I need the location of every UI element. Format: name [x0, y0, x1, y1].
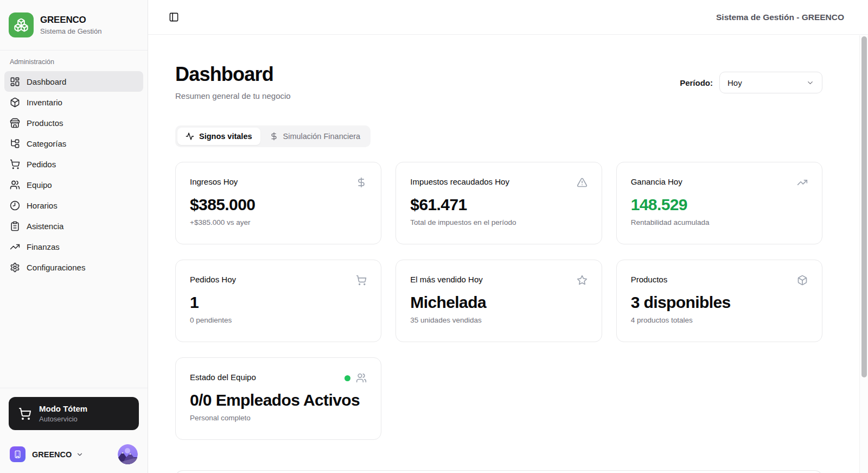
- clipboard-icon: [10, 221, 20, 231]
- sidebar-item-asistencia[interactable]: Asistencia: [4, 216, 143, 236]
- dashboard-icon: [10, 77, 20, 87]
- users-icon: [356, 373, 367, 383]
- package-icon: [797, 275, 808, 286]
- topbar: Sistema de Gestión - GREENCO: [148, 0, 868, 35]
- workspace-badge[interactable]: [10, 446, 25, 462]
- card-title: Impuestos recaudados Hoy: [410, 177, 509, 186]
- trending-up-icon: [797, 177, 808, 188]
- nav-section-label: Administración: [4, 58, 143, 71]
- sidebar-item-label: Asistencia: [27, 222, 63, 231]
- sidebar-item-inventario[interactable]: Inventario: [4, 92, 143, 112]
- card-value: 0/0 Empleados Activos: [190, 391, 367, 409]
- workspace-row: GREENCO: [9, 444, 139, 464]
- chevron-down-icon: [806, 79, 814, 87]
- totem-text: Modo Tótem Autoservicio: [39, 404, 87, 423]
- next-section-card-partial: [175, 470, 822, 473]
- users-icon: [10, 180, 20, 190]
- card-subtitle: +$385.000 vs ayer: [190, 218, 367, 226]
- period-selector: Período: Hoy: [680, 72, 822, 93]
- page-header: Dashboard Resumen general de tu negocio …: [175, 63, 822, 100]
- tab-signos-vitales[interactable]: Signos vitales: [177, 128, 260, 145]
- gear-icon: [10, 262, 20, 273]
- brand-name: GREENCO: [40, 15, 101, 26]
- status-dot: [344, 375, 350, 381]
- brand-logo: [9, 12, 34, 37]
- dollar-icon: [356, 177, 367, 188]
- view-tabs: Signos vitales Simulación Financiera: [175, 125, 371, 147]
- period-select[interactable]: Hoy: [719, 72, 822, 93]
- dollar-icon: [270, 132, 278, 141]
- card-title: Ganancia Hoy: [631, 177, 682, 186]
- sidebar-footer: Modo Tótem Autoservicio GREENCO: [0, 388, 148, 473]
- brand-text: GREENCO Sistema de Gestión: [40, 15, 101, 35]
- boxes-icon: [14, 17, 29, 33]
- card-subtitle: 0 pendientes: [190, 316, 367, 324]
- brand-subtitle: Sistema de Gestión: [40, 27, 101, 35]
- sidebar-item-pedidos[interactable]: Pedidos: [4, 154, 143, 174]
- card-value: 3 disponibles: [631, 293, 808, 312]
- totem-title: Modo Tótem: [39, 404, 87, 413]
- sidebar-item-label: Configuraciones: [27, 263, 85, 272]
- page-subtitle: Resumen general de tu negocio: [175, 91, 291, 100]
- card-subtitle: Personal completo: [190, 414, 367, 422]
- sidebar-item-label: Equipo: [27, 180, 52, 190]
- sidebar-item-label: Inventario: [27, 98, 62, 107]
- card-impuestos: Impuestos recaudados Hoy $61.471 Total d…: [395, 162, 602, 244]
- page-title: Dashboard: [175, 63, 291, 86]
- card-title: Pedidos Hoy: [190, 275, 236, 284]
- tab-label: Simulación Financiera: [283, 132, 361, 141]
- card-title: Productos: [631, 275, 668, 284]
- sidebar-item-horarios[interactable]: Horarios: [4, 195, 143, 216]
- sidebar-item-label: Categorías: [27, 139, 66, 148]
- main-area: Sistema de Gestión - GREENCO Dashboard R…: [148, 0, 868, 473]
- card-productos: Productos 3 disponibles 4 productos tota…: [616, 260, 822, 342]
- card-estado-equipo: Estado del Equipo 0/0 Empleados Activos …: [175, 357, 381, 440]
- card-value: $385.000: [190, 195, 367, 214]
- card-subtitle: 4 productos totales: [631, 316, 808, 324]
- sidebar-item-equipo[interactable]: Equipo: [4, 174, 143, 195]
- card-ingresos: Ingresos Hoy $385.000 +$385.000 vs ayer: [175, 162, 381, 244]
- period-value: Hoy: [727, 78, 742, 87]
- totem-mode-button[interactable]: Modo Tótem Autoservicio: [9, 397, 139, 430]
- avatar[interactable]: [118, 444, 138, 464]
- shopping-cart-icon: [10, 159, 20, 169]
- card-value: $61.471: [410, 195, 587, 214]
- dashboard-content: Dashboard Resumen general de tu negocio …: [148, 35, 868, 473]
- scrollbar-track[interactable]: [859, 35, 868, 473]
- card-subtitle: Rentabilidad acumulada: [631, 218, 808, 226]
- card-subtitle: Total de impuestos en el período: [410, 218, 587, 226]
- page-title-block: Dashboard Resumen general de tu negocio: [175, 63, 291, 100]
- card-value: Michelada: [410, 293, 587, 312]
- sidebar-item-dashboard[interactable]: Dashboard: [4, 71, 143, 92]
- store-icon: [10, 118, 20, 128]
- card-pedidos: Pedidos Hoy 1 0 pendientes: [175, 260, 381, 342]
- trending-up-icon: [10, 242, 20, 252]
- sidebar-item-finanzas[interactable]: Finanzas: [4, 236, 143, 257]
- star-icon: [577, 275, 588, 286]
- card-title: Ingresos Hoy: [190, 177, 238, 186]
- stat-cards-grid: Ingresos Hoy $385.000 +$385.000 vs ayer …: [175, 162, 822, 440]
- category-tree-icon: [10, 138, 20, 149]
- sidebar-toggle-button[interactable]: [167, 10, 181, 24]
- scrollbar-thumb[interactable]: [861, 36, 867, 377]
- card-value: 148.529: [631, 195, 808, 214]
- sidebar: GREENCO Sistema de Gestión Administració…: [0, 0, 148, 473]
- card-subtitle: 35 unidades vendidas: [410, 316, 587, 324]
- card-value: 1: [190, 293, 367, 312]
- sidebar-item-label: Productos: [27, 118, 63, 128]
- tab-simulacion-financiera[interactable]: Simulación Financiera: [261, 128, 369, 145]
- topbar-title: Sistema de Gestión - GREENCO: [716, 12, 844, 22]
- chevron-down-icon[interactable]: [76, 451, 84, 458]
- sidebar-item-productos[interactable]: Productos: [4, 112, 143, 133]
- brand: GREENCO Sistema de Gestión: [0, 0, 148, 51]
- totem-subtitle: Autoservicio: [39, 415, 87, 423]
- sidebar-item-categorias[interactable]: Categorías: [4, 133, 143, 154]
- cart-icon: [18, 407, 31, 420]
- sidebar-item-configuraciones[interactable]: Configuraciones: [4, 257, 143, 278]
- sidebar-item-label: Dashboard: [27, 77, 66, 86]
- sidebar-nav: Administración Dashboard Inventario Prod…: [0, 51, 148, 388]
- card-title: Estado del Equipo: [190, 373, 256, 382]
- card-title: El más vendido Hoy: [410, 275, 482, 284]
- tab-label: Signos vitales: [199, 132, 252, 141]
- workspace-name[interactable]: GREENCO: [32, 450, 72, 459]
